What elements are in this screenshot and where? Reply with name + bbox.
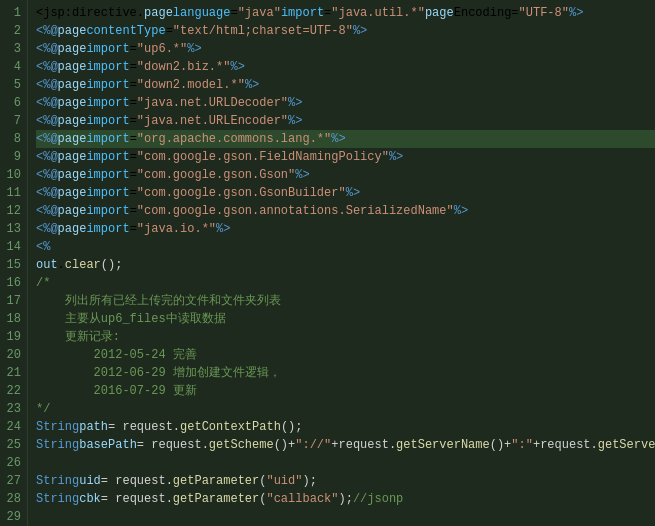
line-number: 9 [4, 148, 21, 166]
line-number: 26 [4, 454, 21, 472]
code-line: <%@ page contentType="text/html;charset=… [36, 22, 655, 40]
code-line: <%@ page import="java.net.URLEncoder" %> [36, 112, 655, 130]
code-line: 列出所有已经上传完的文件和文件夹列表 [36, 292, 655, 310]
code-line [36, 454, 655, 472]
code-content: 1234567891011121314151617181920212223242… [0, 0, 655, 526]
line-number: 20 [4, 346, 21, 364]
line-number: 12 [4, 202, 21, 220]
line-number: 15 [4, 256, 21, 274]
line-number: 6 [4, 94, 21, 112]
code-line: 2012-05-24 完善 [36, 346, 655, 364]
line-number: 25 [4, 436, 21, 454]
code-line [36, 508, 655, 526]
code-line: <%@ page import="up6.*" %> [36, 40, 655, 58]
line-number: 21 [4, 364, 21, 382]
code-line: <% [36, 238, 655, 256]
code-line: <%@ page import="java.net.URLDecoder" %> [36, 94, 655, 112]
line-number: 22 [4, 382, 21, 400]
code-line: 更新记录: [36, 328, 655, 346]
line-number: 1 [4, 4, 21, 22]
line-number: 4 [4, 58, 21, 76]
code-line: String path = request.getContextPath(); [36, 418, 655, 436]
code-line: <%@ page import="down2.model.*" %> [36, 76, 655, 94]
code-line: */ [36, 400, 655, 418]
code-line: <%@ page import="org.apache.commons.lang… [36, 130, 655, 148]
code-line: 主要从up6_files中读取数据 [36, 310, 655, 328]
line-number: 2 [4, 22, 21, 40]
code-editor: 1234567891011121314151617181920212223242… [0, 0, 655, 526]
line-number: 19 [4, 328, 21, 346]
line-number: 28 [4, 490, 21, 508]
line-number: 3 [4, 40, 21, 58]
line-number: 18 [4, 310, 21, 328]
line-number: 10 [4, 166, 21, 184]
code-line: <%@ page import="com.google.gson.FieldNa… [36, 148, 655, 166]
code-line: <%@ page import="com.google.gson.Gson" %… [36, 166, 655, 184]
code-line: <jsp:directive.page language="java" impo… [36, 4, 655, 22]
line-number: 11 [4, 184, 21, 202]
code-line: <%@ page import="com.google.gson.annotat… [36, 202, 655, 220]
line-numbers: 1234567891011121314151617181920212223242… [0, 0, 28, 526]
line-number: 13 [4, 220, 21, 238]
line-number: 16 [4, 274, 21, 292]
line-number: 23 [4, 400, 21, 418]
line-number: 5 [4, 76, 21, 94]
line-number: 17 [4, 292, 21, 310]
code-lines: <jsp:directive.page language="java" impo… [28, 0, 655, 526]
line-number: 29 [4, 508, 21, 526]
code-line: String cbk = request.getParameter("callb… [36, 490, 655, 508]
code-line: <%@ page import="down2.biz.*" %> [36, 58, 655, 76]
code-line: String uid = request.getParameter("uid")… [36, 472, 655, 490]
code-line: String basePath = request.getScheme()+":… [36, 436, 655, 454]
line-number: 7 [4, 112, 21, 130]
code-line: out.clear(); [36, 256, 655, 274]
code-line: 2012-06-29 增加创建文件逻辑， [36, 364, 655, 382]
code-line: 2016-07-29 更新 [36, 382, 655, 400]
line-number: 24 [4, 418, 21, 436]
line-number: 14 [4, 238, 21, 256]
code-line: <%@ page import="com.google.gson.GsonBui… [36, 184, 655, 202]
code-line: /* [36, 274, 655, 292]
code-line: <%@ page import="java.io.*" %> [36, 220, 655, 238]
line-number: 8 [4, 130, 21, 148]
line-number: 27 [4, 472, 21, 490]
